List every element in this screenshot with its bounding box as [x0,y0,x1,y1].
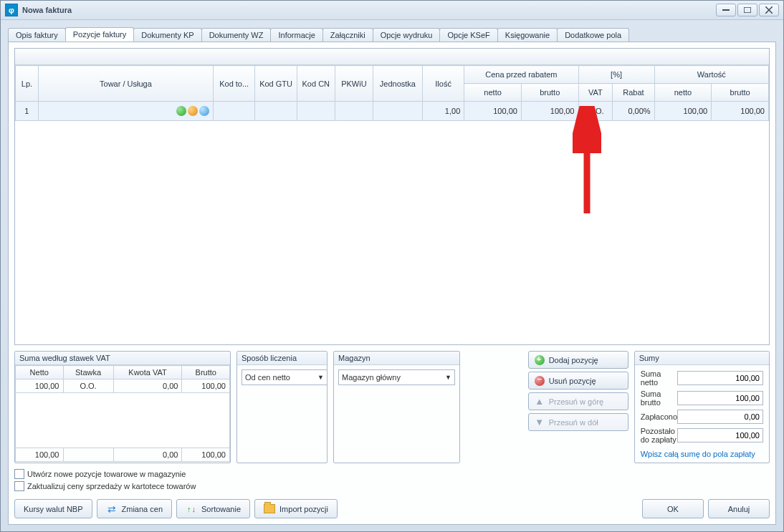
dialog-footer: Kursy walut NBP ⇄ Zmiana cen ↑↓ Sortowan… [14,499,770,518]
tab-zalaczniki[interactable]: Załączniki [322,28,373,42]
tab-opcje-wydruku[interactable]: Opcje wydruku [373,28,441,42]
vat-totals-row: 100,00 0,00 100,00 [16,448,230,462]
tab-ksiegowanie[interactable]: Księgowanie [497,28,558,42]
sort-icon: ↑↓ [186,503,197,515]
product-orange-icon[interactable] [188,106,198,116]
sum-brutto-label: Suma brutto [641,390,677,407]
cell-kodto[interactable] [214,102,255,121]
magazyn-select[interactable]: Magazyn główny ▼ [338,369,455,385]
sum-paid-label: Zapłacono [641,412,677,421]
move-up-button[interactable]: ▲ Przesuń w górę [528,392,628,410]
cell-rabat[interactable]: 0,00% [613,102,654,121]
col-jednostka[interactable]: Jednostka [373,66,422,102]
svg-rect-0 [722,9,730,11]
checkbox-update-prices[interactable]: Zaktualizuj ceny sprzedaży w kartotece t… [14,481,770,491]
sum-left-label: Pozostało do zapłaty [641,427,677,444]
col-kodcn[interactable]: Kod CN [297,66,335,102]
kursy-walut-button[interactable]: Kursy walut NBP [14,499,92,518]
vat-summary-table: Netto Stawka Kwota VAT Brutto 100,00 O.O… [15,365,230,462]
tab-dokumenty-kp[interactable]: Dokumenty KP [133,28,201,42]
sortowanie-button[interactable]: ↑↓ Sortowanie [176,499,250,518]
arrow-up-icon: ▲ [535,397,545,407]
minus-icon [535,376,545,386]
ok-button[interactable]: OK [642,499,704,518]
col-lp[interactable]: Lp. [16,66,39,102]
items-grid[interactable]: Lp. Towar / Usługa Kod to... Kod GTU Kod… [14,48,770,345]
col-wnetto[interactable]: netto [654,84,712,102]
close-button[interactable] [759,4,779,16]
product-green-icon[interactable] [176,106,186,116]
vat-col-stawka: Stawka [63,366,113,379]
cell-jednostka[interactable] [373,102,422,121]
cancel-button[interactable]: Anuluj [708,499,770,518]
svg-rect-1 [744,7,751,13]
search-product-icon[interactable] [199,106,209,116]
vat-col-brutto: Brutto [182,366,230,379]
vat-col-netto: Netto [16,366,64,379]
tab-opis-faktury[interactable]: Opis faktury [8,28,66,42]
cell-vat[interactable]: O.O. [578,102,613,121]
folder-icon [264,503,275,515]
sums-panel: Sumy Suma netto Suma brutto Zapłacono [634,351,770,463]
sposob-liczenia-select[interactable]: Od cen netto ▼ [242,369,328,385]
col-rabat[interactable]: Rabat [613,84,654,102]
table-row[interactable]: 1 [16,102,769,121]
tab-dodatkowe-pola[interactable]: Dodatkowe pola [557,28,629,42]
col-vat[interactable]: VAT [578,84,613,102]
arrow-down-icon: ▼ [535,417,545,427]
col-towar[interactable]: Towar / Usługa [38,66,213,102]
tab-pozycje-faktury[interactable]: Pozycje faktury [65,27,135,42]
fill-paid-link[interactable]: Wpisz całą sumę do pola zapłaty [641,450,755,458]
add-row-button[interactable]: Dodaj pozycję [528,351,628,369]
app-window: φ Nowa faktura Opis faktury Pozycje fakt… [0,0,784,532]
tab-strip: Opis faktury Pozycje faktury Dokumenty K… [8,26,776,42]
col-kodgtu[interactable]: Kod GTU [255,66,297,102]
sum-left-value [677,428,763,442]
col-pkwiu[interactable]: PKWiU [335,66,373,102]
tab-dokumenty-wz[interactable]: Dokumenty WZ [201,28,272,42]
delete-row-button[interactable]: Usuń pozycję [528,372,628,390]
col-ilosc[interactable]: Ilość [422,66,464,102]
cell-wbrutto[interactable]: 100,00 [712,102,769,121]
col-kodto[interactable]: Kod to... [214,66,255,102]
col-brutto[interactable]: brutto [521,84,578,102]
tab-page-pozycje: Lp. Towar / Usługa Kod to... Kod GTU Kod… [8,42,776,525]
cell-lp[interactable]: 1 [16,102,39,121]
items-table: Lp. Towar / Usługa Kod to... Kod GTU Kod… [15,65,769,121]
sum-netto-value [677,371,763,385]
cell-kodcn[interactable] [297,102,335,121]
plus-icon [535,355,545,365]
cell-brutto[interactable]: 100,00 [521,102,578,121]
magazyn-title: Magazyn [334,352,459,365]
vat-row: 100,00 O.O. 0,00 100,00 [16,379,230,393]
cell-wnetto[interactable]: 100,00 [654,102,712,121]
tab-informacje[interactable]: Informacje [270,28,322,42]
col-wbrutto[interactable]: brutto [712,84,769,102]
chevron-down-icon: ▼ [317,374,324,381]
maximize-button[interactable] [737,4,757,16]
colgroup-cena-przed-rabatem: Cena przed rabatem [464,66,578,84]
row-actions: Dodaj pozycję Usuń pozycję ▲ Przesuń w g… [528,351,628,463]
zmiana-cen-button[interactable]: ⇄ Zmiana cen [97,499,172,518]
cell-netto[interactable]: 100,00 [464,102,522,121]
checkbox-create-products[interactable]: Utwórz nowe pozycje towarowe w magazynie [14,469,770,479]
minimize-button[interactable] [716,4,736,16]
cell-ilosc[interactable]: 1,00 [422,102,464,121]
sposob-liczenia-panel: Sposób liczenia Od cen netto ▼ [236,351,328,463]
col-netto[interactable]: netto [464,84,522,102]
chevron-down-icon: ▼ [445,374,451,381]
cell-towar[interactable] [38,102,213,121]
sum-paid-value[interactable] [677,410,763,424]
checkbox-icon [14,469,24,479]
grid-toolbar [15,49,769,65]
tab-opcje-ksef[interactable]: Opcje KSeF [439,28,497,42]
vat-summary-panel: Suma według stawek VAT Netto Stawka Kwot… [14,351,231,463]
cell-kodgtu[interactable] [255,102,297,121]
move-down-button[interactable]: ▼ Przesuń w dół [528,413,628,431]
bottom-panels: Suma według stawek VAT Netto Stawka Kwot… [14,351,770,463]
grid-empty-area [15,121,769,344]
sposob-liczenia-title: Sposób liczenia [237,352,327,365]
cell-pkwiu[interactable] [335,102,373,121]
import-pozycji-button[interactable]: Import pozycji [254,499,338,518]
options-checkboxes: Utwórz nowe pozycje towarowe w magazynie… [14,469,770,493]
